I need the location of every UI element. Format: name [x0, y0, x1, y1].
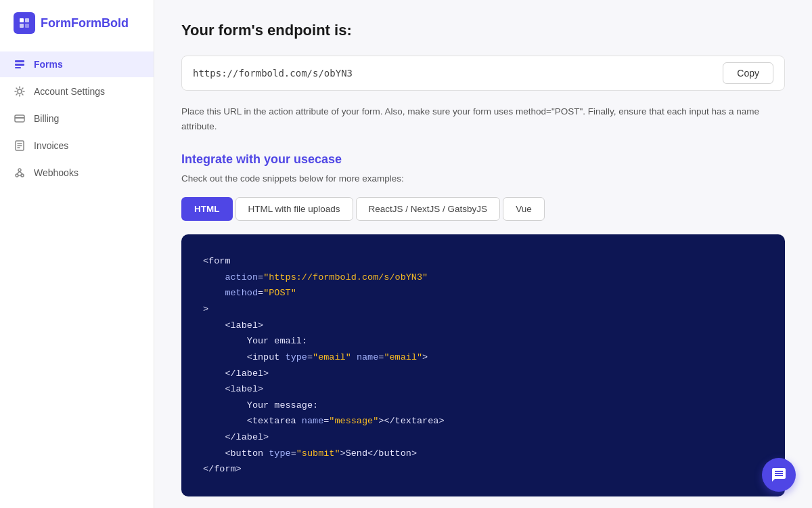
- svg-rect-5: [15, 64, 24, 66]
- sidebar-item-forms[interactable]: Forms: [0, 51, 154, 77]
- tab-html-file-uploads[interactable]: HTML with file uploads: [235, 197, 353, 221]
- chat-button[interactable]: [762, 458, 796, 492]
- logo-icon: [14, 12, 35, 34]
- settings-icon: [14, 85, 26, 98]
- tab-vue[interactable]: Vue: [503, 197, 545, 221]
- sidebar: FormFormBold Forms Account Settings: [0, 0, 154, 508]
- check-text: Check out the code snippets below for mo…: [181, 173, 785, 184]
- svg-rect-6: [15, 67, 21, 68]
- logo: FormFormBold: [0, 0, 154, 46]
- endpoint-box: https://formbold.com/s/obYN3 Copy: [181, 56, 785, 91]
- svg-rect-9: [15, 117, 24, 119]
- sidebar-item-webhooks[interactable]: Webhooks: [0, 160, 154, 186]
- invoices-icon: [14, 140, 26, 152]
- nav: Forms Account Settings Billing: [0, 46, 154, 191]
- svg-rect-1: [25, 18, 29, 22]
- tab-html[interactable]: HTML: [181, 197, 233, 221]
- code-block: <form action="https://formbold.com/s/obY…: [181, 234, 785, 496]
- code-content: <form action="https://formbold.com/s/obY…: [203, 253, 763, 478]
- instruction-text: Place this URL in the action attribute o…: [181, 104, 785, 133]
- svg-rect-3: [25, 24, 29, 28]
- svg-point-7: [18, 89, 22, 93]
- sidebar-item-webhooks-label: Webhooks: [34, 167, 78, 178]
- integrate-title: Integrate with your usecase: [181, 152, 785, 167]
- main-content: Your form's endpoint is: https://formbol…: [154, 0, 812, 508]
- sidebar-item-forms-label: Forms: [34, 59, 63, 70]
- brand-name: FormFormBold: [41, 16, 129, 30]
- webhooks-icon: [14, 167, 26, 179]
- svg-line-17: [17, 171, 20, 174]
- svg-rect-0: [20, 18, 24, 22]
- svg-line-18: [20, 171, 22, 174]
- endpoint-url: https://formbold.com/s/obYN3: [193, 68, 723, 79]
- billing-icon: [14, 112, 26, 125]
- sidebar-item-billing[interactable]: Billing: [0, 106, 154, 131]
- sidebar-item-account-settings-label: Account Settings: [34, 86, 105, 97]
- tab-react[interactable]: ReactJS / NextJS / GatsbyJS: [356, 197, 501, 221]
- svg-rect-4: [15, 60, 24, 62]
- sidebar-item-account-settings[interactable]: Account Settings: [0, 79, 154, 104]
- endpoint-title: Your form's endpoint is:: [181, 22, 785, 39]
- sidebar-item-invoices-label: Invoices: [34, 140, 68, 151]
- tabs: HTML HTML with file uploads ReactJS / Ne…: [181, 197, 785, 221]
- svg-rect-2: [20, 24, 24, 28]
- sidebar-item-billing-label: Billing: [34, 113, 59, 124]
- forms-icon: [14, 58, 26, 70]
- copy-button[interactable]: Copy: [723, 62, 773, 84]
- sidebar-item-invoices[interactable]: Invoices: [0, 133, 154, 158]
